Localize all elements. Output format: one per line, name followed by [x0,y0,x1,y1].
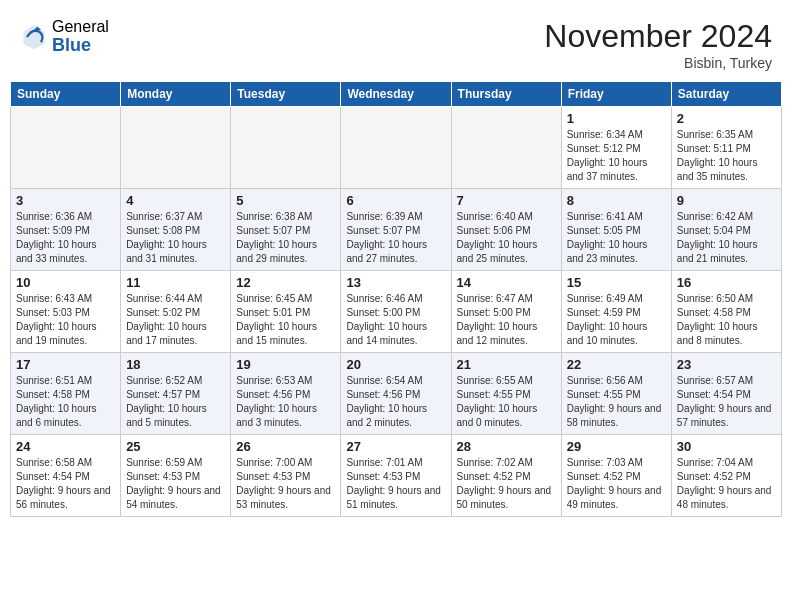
day-info: Sunrise: 6:35 AM Sunset: 5:11 PM Dayligh… [677,128,776,184]
calendar-header-sunday: Sunday [11,82,121,107]
calendar-cell: 10Sunrise: 6:43 AM Sunset: 5:03 PM Dayli… [11,271,121,353]
day-number: 24 [16,439,115,454]
calendar-week-1: 1Sunrise: 6:34 AM Sunset: 5:12 PM Daylig… [11,107,782,189]
location: Bisbin, Turkey [544,55,772,71]
day-number: 11 [126,275,225,290]
day-info: Sunrise: 7:00 AM Sunset: 4:53 PM Dayligh… [236,456,335,512]
day-number: 15 [567,275,666,290]
calendar-cell: 4Sunrise: 6:37 AM Sunset: 5:08 PM Daylig… [121,189,231,271]
calendar-cell: 24Sunrise: 6:58 AM Sunset: 4:54 PM Dayli… [11,435,121,517]
day-number: 2 [677,111,776,126]
calendar-week-3: 10Sunrise: 6:43 AM Sunset: 5:03 PM Dayli… [11,271,782,353]
calendar-cell: 12Sunrise: 6:45 AM Sunset: 5:01 PM Dayli… [231,271,341,353]
day-info: Sunrise: 6:34 AM Sunset: 5:12 PM Dayligh… [567,128,666,184]
day-number: 20 [346,357,445,372]
day-number: 9 [677,193,776,208]
calendar-header-monday: Monday [121,82,231,107]
calendar-table: SundayMondayTuesdayWednesdayThursdayFrid… [10,81,782,517]
calendar-cell [11,107,121,189]
calendar-cell: 22Sunrise: 6:56 AM Sunset: 4:55 PM Dayli… [561,353,671,435]
day-number: 12 [236,275,335,290]
calendar-week-2: 3Sunrise: 6:36 AM Sunset: 5:09 PM Daylig… [11,189,782,271]
day-number: 3 [16,193,115,208]
day-info: Sunrise: 6:50 AM Sunset: 4:58 PM Dayligh… [677,292,776,348]
day-number: 13 [346,275,445,290]
day-info: Sunrise: 6:40 AM Sunset: 5:06 PM Dayligh… [457,210,556,266]
day-number: 30 [677,439,776,454]
day-info: Sunrise: 6:43 AM Sunset: 5:03 PM Dayligh… [16,292,115,348]
calendar-cell: 27Sunrise: 7:01 AM Sunset: 4:53 PM Dayli… [341,435,451,517]
day-info: Sunrise: 6:46 AM Sunset: 5:00 PM Dayligh… [346,292,445,348]
calendar-cell: 8Sunrise: 6:41 AM Sunset: 5:05 PM Daylig… [561,189,671,271]
day-info: Sunrise: 6:57 AM Sunset: 4:54 PM Dayligh… [677,374,776,430]
day-number: 17 [16,357,115,372]
calendar-cell: 9Sunrise: 6:42 AM Sunset: 5:04 PM Daylig… [671,189,781,271]
calendar-header-saturday: Saturday [671,82,781,107]
calendar-week-5: 24Sunrise: 6:58 AM Sunset: 4:54 PM Dayli… [11,435,782,517]
day-info: Sunrise: 6:42 AM Sunset: 5:04 PM Dayligh… [677,210,776,266]
day-number: 4 [126,193,225,208]
day-info: Sunrise: 7:02 AM Sunset: 4:52 PM Dayligh… [457,456,556,512]
day-info: Sunrise: 6:44 AM Sunset: 5:02 PM Dayligh… [126,292,225,348]
day-info: Sunrise: 6:58 AM Sunset: 4:54 PM Dayligh… [16,456,115,512]
day-number: 10 [16,275,115,290]
calendar-cell [451,107,561,189]
calendar-cell: 28Sunrise: 7:02 AM Sunset: 4:52 PM Dayli… [451,435,561,517]
calendar-cell [121,107,231,189]
day-number: 1 [567,111,666,126]
day-number: 5 [236,193,335,208]
day-info: Sunrise: 6:41 AM Sunset: 5:05 PM Dayligh… [567,210,666,266]
day-number: 28 [457,439,556,454]
day-number: 29 [567,439,666,454]
calendar-cell: 18Sunrise: 6:52 AM Sunset: 4:57 PM Dayli… [121,353,231,435]
calendar-cell: 2Sunrise: 6:35 AM Sunset: 5:11 PM Daylig… [671,107,781,189]
logo-blue: Blue [52,36,109,56]
day-info: Sunrise: 7:04 AM Sunset: 4:52 PM Dayligh… [677,456,776,512]
calendar-cell: 5Sunrise: 6:38 AM Sunset: 5:07 PM Daylig… [231,189,341,271]
calendar-cell: 23Sunrise: 6:57 AM Sunset: 4:54 PM Dayli… [671,353,781,435]
calendar-header-wednesday: Wednesday [341,82,451,107]
calendar-cell: 20Sunrise: 6:54 AM Sunset: 4:56 PM Dayli… [341,353,451,435]
calendar-cell: 17Sunrise: 6:51 AM Sunset: 4:58 PM Dayli… [11,353,121,435]
day-number: 25 [126,439,225,454]
calendar-cell: 25Sunrise: 6:59 AM Sunset: 4:53 PM Dayli… [121,435,231,517]
day-number: 19 [236,357,335,372]
day-number: 22 [567,357,666,372]
title-area: November 2024 Bisbin, Turkey [544,18,772,71]
calendar-cell: 29Sunrise: 7:03 AM Sunset: 4:52 PM Dayli… [561,435,671,517]
day-number: 18 [126,357,225,372]
day-info: Sunrise: 6:52 AM Sunset: 4:57 PM Dayligh… [126,374,225,430]
logo-text: General Blue [52,18,109,55]
day-number: 6 [346,193,445,208]
calendar-cell: 13Sunrise: 6:46 AM Sunset: 5:00 PM Dayli… [341,271,451,353]
day-number: 27 [346,439,445,454]
calendar-header-thursday: Thursday [451,82,561,107]
calendar-cell [231,107,341,189]
page-header: General Blue November 2024 Bisbin, Turke… [10,10,782,75]
calendar-cell: 6Sunrise: 6:39 AM Sunset: 5:07 PM Daylig… [341,189,451,271]
logo-icon [20,23,48,51]
day-info: Sunrise: 6:39 AM Sunset: 5:07 PM Dayligh… [346,210,445,266]
calendar-cell: 26Sunrise: 7:00 AM Sunset: 4:53 PM Dayli… [231,435,341,517]
month-title: November 2024 [544,18,772,55]
day-info: Sunrise: 6:56 AM Sunset: 4:55 PM Dayligh… [567,374,666,430]
calendar-cell: 30Sunrise: 7:04 AM Sunset: 4:52 PM Dayli… [671,435,781,517]
day-info: Sunrise: 6:51 AM Sunset: 4:58 PM Dayligh… [16,374,115,430]
day-info: Sunrise: 6:38 AM Sunset: 5:07 PM Dayligh… [236,210,335,266]
calendar-header-row: SundayMondayTuesdayWednesdayThursdayFrid… [11,82,782,107]
day-info: Sunrise: 7:03 AM Sunset: 4:52 PM Dayligh… [567,456,666,512]
calendar-week-4: 17Sunrise: 6:51 AM Sunset: 4:58 PM Dayli… [11,353,782,435]
day-info: Sunrise: 6:55 AM Sunset: 4:55 PM Dayligh… [457,374,556,430]
day-number: 23 [677,357,776,372]
day-number: 21 [457,357,556,372]
day-info: Sunrise: 6:45 AM Sunset: 5:01 PM Dayligh… [236,292,335,348]
day-info: Sunrise: 6:47 AM Sunset: 5:00 PM Dayligh… [457,292,556,348]
day-number: 7 [457,193,556,208]
day-info: Sunrise: 7:01 AM Sunset: 4:53 PM Dayligh… [346,456,445,512]
calendar-cell: 11Sunrise: 6:44 AM Sunset: 5:02 PM Dayli… [121,271,231,353]
day-number: 8 [567,193,666,208]
calendar-header-tuesday: Tuesday [231,82,341,107]
calendar-cell: 14Sunrise: 6:47 AM Sunset: 5:00 PM Dayli… [451,271,561,353]
day-info: Sunrise: 6:36 AM Sunset: 5:09 PM Dayligh… [16,210,115,266]
day-number: 26 [236,439,335,454]
